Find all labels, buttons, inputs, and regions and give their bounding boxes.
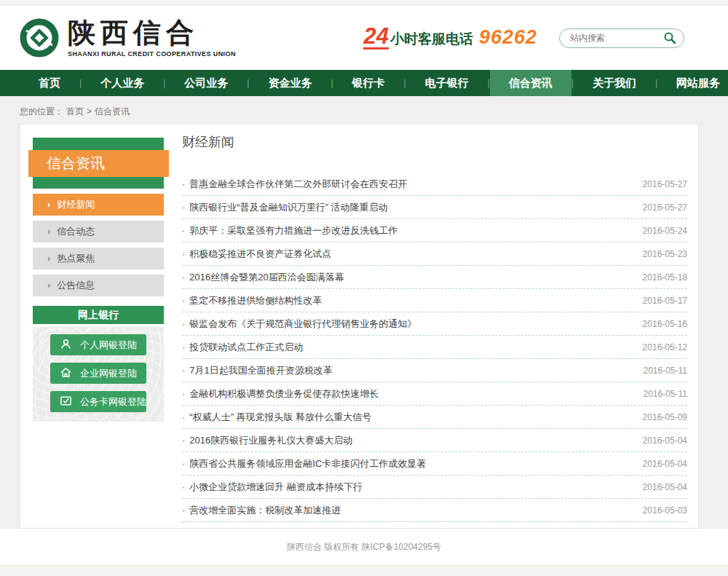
news-row[interactable]: ·“权威人士” 再现党报头版 释放什么重大信号 2016-05-09 bbox=[182, 406, 687, 429]
copyright-text: 陕西信合 版权所有 陕ICP备10204295号 bbox=[287, 541, 441, 553]
news-list: ·普惠金融全球合作伙伴第二次外部研讨会在西安召开 2016-05-27 ·陕西银… bbox=[182, 173, 687, 522]
news-row[interactable]: ·金融机构积极调整负债业务促使存款快速增长 2016-05-11 bbox=[182, 382, 687, 406]
news-date: 2016-05-04 bbox=[643, 459, 687, 469]
news-section: 财经新闻 ·普惠金融全球合作伙伴第二次外部研讨会在西安召开 2016-05-27… bbox=[164, 125, 698, 528]
news-title-text: 坚定不移推进供给侧结构性改革 bbox=[189, 295, 322, 306]
news-date: 2016-05-27 bbox=[643, 202, 687, 213]
search-input[interactable] bbox=[570, 33, 663, 43]
chevron-right-icon: › bbox=[47, 280, 50, 291]
news-date: 2016-05-04 bbox=[643, 482, 687, 492]
news-row[interactable]: ·银监会发布《关于规范商业银行代理销售业务的通知》 2016-05-16 bbox=[182, 312, 687, 336]
button-label: 公务卡网银登陆 bbox=[80, 395, 146, 409]
button-label: 企业网银登陆 bbox=[80, 367, 137, 380]
news-title: ·普惠金融全球合作伙伴第二次外部研讨会在西安召开 bbox=[182, 178, 407, 191]
news-row[interactable]: ·7月1日起我国全面推开资源税改革 2016-05-11 bbox=[182, 359, 687, 382]
news-row[interactable]: ·郭庆平：采取坚强有力措施进一步改进反洗钱工作 2016-05-24 bbox=[182, 219, 687, 242]
online-bank-panel: 个人网银登陆 企业网银登陆 bbox=[33, 327, 164, 422]
news-title-text: 投贷联动试点工作正式启动 bbox=[189, 342, 303, 352]
content-panel: 信合资讯 ›财经新闻 ›信合动态 ›热点聚焦 ›公告信息 网上银行 bbox=[20, 124, 699, 529]
breadcrumb-prefix: 您的位置： bbox=[20, 106, 63, 117]
news-row[interactable]: ·小微企业贷款增速回升 融资成本持续下行 2016-05-04 bbox=[182, 476, 687, 499]
bullet-icon: · bbox=[182, 295, 185, 306]
sidebar-menu-item[interactable]: ›热点聚焦 bbox=[33, 248, 164, 269]
personal-ebank-login-button[interactable]: 个人网银登陆 bbox=[50, 334, 146, 355]
nav-item[interactable]: 资金业务 bbox=[249, 70, 331, 96]
sidebar-menu-label: 信合动态 bbox=[57, 226, 95, 237]
sidebar-menu-item[interactable]: ›公告信息 bbox=[33, 275, 164, 296]
nav-item[interactable]: 关于我们 bbox=[574, 70, 655, 96]
news-title-text: 2016陕西银行业服务礼仪大赛盛大启动 bbox=[189, 435, 352, 446]
nav-item[interactable]: 个人业务 bbox=[82, 70, 163, 96]
bullet-icon: · bbox=[182, 248, 185, 259]
breadcrumb-separator: > bbox=[87, 106, 92, 117]
news-title-text: 陕西银行业“普及金融知识万里行” 活动隆重启动 bbox=[189, 202, 387, 213]
nav-item[interactable]: 银行卡 bbox=[333, 70, 404, 96]
news-date: 2016-05-16 bbox=[643, 319, 687, 329]
bottom-strip bbox=[0, 565, 728, 576]
nav-item[interactable]: 电子银行 bbox=[406, 70, 488, 96]
hotline-24: 24 bbox=[363, 27, 388, 49]
official-card-ebank-login-button[interactable]: 公务卡网银登陆 bbox=[50, 391, 146, 412]
breadcrumb-home-link[interactable]: 首页 bbox=[66, 106, 84, 117]
logo-emblem-icon bbox=[20, 18, 59, 58]
news-date: 2016-05-03 bbox=[643, 505, 687, 516]
bullet-icon: · bbox=[182, 411, 185, 422]
nav-item[interactable]: 网站服务 bbox=[657, 70, 728, 96]
breadcrumb-current[interactable]: 信合资讯 bbox=[95, 106, 130, 117]
news-row[interactable]: ·营改增全面实施：税制改革加速推进 2016-05-03 bbox=[182, 499, 687, 522]
news-row[interactable]: ·2016丝博会暨第20届西洽会圆满落幕 2016-05-18 bbox=[182, 266, 687, 289]
news-date: 2016-05-11 bbox=[644, 366, 688, 376]
breadcrumb: 您的位置：首页>信合资讯 bbox=[20, 96, 699, 124]
sidebar-menu-item[interactable]: ›财经新闻 bbox=[33, 194, 164, 216]
bullet-icon: · bbox=[182, 272, 185, 283]
news-title: ·2016丝博会暨第20届西洽会圆满落幕 bbox=[182, 271, 344, 284]
news-date: 2016-05-09 bbox=[643, 412, 687, 422]
sidebar-menu-item[interactable]: ›信合动态 bbox=[33, 221, 164, 242]
bullet-icon: · bbox=[182, 342, 185, 352]
site-logo[interactable]: 陕西信合 SHAANXI RURAL CREDIT COOPERATIVES U… bbox=[20, 18, 236, 58]
news-title-text: 7月1日起我国全面推开资源税改革 bbox=[189, 365, 332, 376]
home-icon bbox=[60, 366, 72, 381]
news-date: 2016-05-11 bbox=[644, 389, 688, 399]
news-title: ·小微企业贷款增速回升 融资成本持续下行 bbox=[182, 481, 363, 494]
news-title: ·“权威人士” 再现党报头版 释放什么重大信号 bbox=[182, 411, 371, 424]
news-title: ·陕西省公共服务领域应用金融IC卡非接闪付工作成效显著 bbox=[182, 457, 426, 470]
news-row[interactable]: ·普惠金融全球合作伙伴第二次外部研讨会在西安召开 2016-05-27 bbox=[182, 173, 687, 196]
logo-subtitle: SHAANXI RURAL CREDIT COOPERATIVES UNION bbox=[68, 50, 236, 58]
news-row[interactable]: ·投贷联动试点工作正式启动 2016-05-12 bbox=[182, 336, 687, 359]
news-row[interactable]: ·2016陕西银行业服务礼仪大赛盛大启动 2016-05-04 bbox=[182, 429, 687, 452]
nav-item[interactable]: 首页 bbox=[20, 70, 79, 96]
news-date: 2016-05-27 bbox=[643, 179, 687, 189]
sidebar-header: 信合资讯 bbox=[33, 138, 164, 189]
sidebar-menu-label: 热点聚焦 bbox=[57, 253, 95, 264]
button-label: 个人网银登陆 bbox=[80, 339, 137, 352]
sidebar-menu-label: 财经新闻 bbox=[57, 199, 95, 210]
nav-item[interactable]: 公司业务 bbox=[165, 70, 247, 96]
news-title: ·郭庆平：采取坚强有力措施进一步改进反洗钱工作 bbox=[182, 224, 397, 237]
news-date: 2016-05-23 bbox=[643, 249, 687, 259]
news-row[interactable]: ·陕西银行业“普及金融知识万里行” 活动隆重启动 2016-05-27 bbox=[182, 196, 687, 219]
news-title-text: “权威人士” 再现党报头版 释放什么重大信号 bbox=[189, 411, 371, 422]
news-row[interactable]: ·坚定不移推进供给侧结构性改革 2016-05-17 bbox=[182, 289, 687, 312]
nav-item[interactable]: 信合资讯 bbox=[490, 70, 571, 96]
news-title-text: 金融机构积极调整负债业务促使存款快速增长 bbox=[189, 388, 379, 399]
site-footer: 陕西信合 版权所有 陕ICP备10204295号 bbox=[0, 529, 728, 565]
sidebar: 信合资讯 ›财经新闻 ›信合动态 ›热点聚焦 ›公告信息 网上银行 bbox=[33, 138, 164, 528]
news-title: ·2016陕西银行业服务礼仪大赛盛大启动 bbox=[182, 434, 352, 447]
corporate-ebank-login-button[interactable]: 企业网银登陆 bbox=[50, 363, 146, 384]
chevron-right-icon: › bbox=[47, 199, 50, 210]
news-row[interactable]: ·积极稳妥推进不良资产证券化试点 2016-05-23 bbox=[182, 242, 687, 266]
news-row[interactable]: ·陕西省公共服务领域应用金融IC卡非接闪付工作成效显著 2016-05-04 bbox=[182, 452, 687, 476]
nav-list: 首页 | 个人业务 | 公司业务 | 资金业务 | 银行卡 | bbox=[20, 70, 699, 96]
page-title: 财经新闻 bbox=[182, 133, 687, 151]
search-icon[interactable] bbox=[663, 31, 676, 44]
sidebar-section-title: 信合资讯 bbox=[28, 150, 169, 177]
news-title-text: 郭庆平：采取坚强有力措施进一步改进反洗钱工作 bbox=[189, 225, 397, 236]
online-bank-header: 网上银行 bbox=[33, 306, 164, 324]
bullet-icon: · bbox=[182, 481, 185, 492]
site-header: 陕西信合 SHAANXI RURAL CREDIT COOPERATIVES U… bbox=[0, 6, 728, 70]
news-title-text: 积极稳妥推进不良资产证券化试点 bbox=[189, 248, 331, 259]
bullet-icon: · bbox=[182, 505, 185, 516]
top-strip bbox=[0, 0, 728, 6]
bullet-icon: · bbox=[182, 388, 185, 399]
